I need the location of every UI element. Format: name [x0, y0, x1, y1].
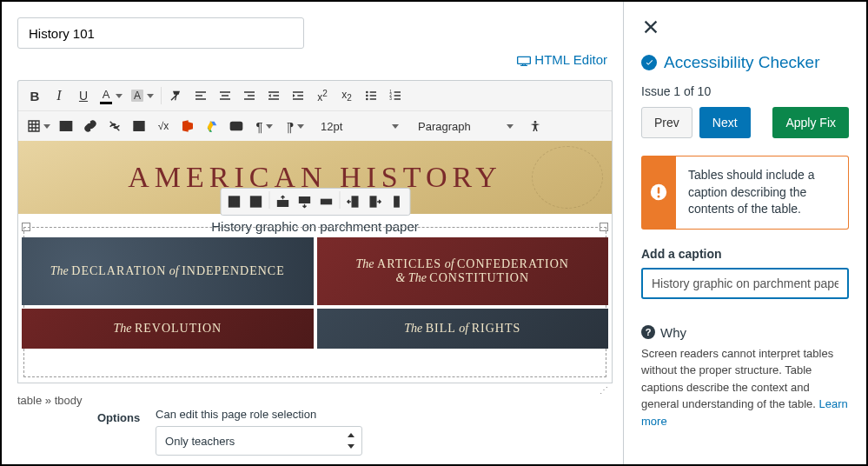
table-button[interactable] — [23, 115, 53, 137]
accessibility-panel: Accessibility Checker Issue 1 of 10 Prev… — [623, 2, 866, 464]
svg-rect-22 — [658, 188, 660, 195]
link-button[interactable] — [79, 115, 102, 137]
indent-button[interactable] — [287, 84, 309, 107]
bullet-list-button[interactable] — [360, 84, 382, 107]
svg-point-12 — [534, 121, 537, 123]
superscript-button[interactable]: x2 — [311, 84, 334, 107]
youtube-button[interactable] — [225, 115, 248, 137]
apply-fix-button[interactable]: Apply Fix — [772, 107, 849, 138]
html-editor-label: HTML Editor — [534, 52, 607, 67]
resize-grip[interactable]: ⋰ — [600, 385, 609, 395]
table-cell[interactable]: The REVOLUTION — [22, 309, 314, 349]
issue-message-box: Tables should include a caption describi… — [641, 156, 849, 230]
role-select-label: Can edit this page role selection — [156, 408, 362, 421]
italic-button[interactable]: I — [48, 84, 70, 107]
outdent-button[interactable] — [262, 84, 285, 107]
editor-content[interactable]: AMERICAN HISTORY History graphic on parc… — [17, 141, 613, 383]
office-button[interactable] — [176, 115, 199, 137]
align-center-button[interactable] — [214, 84, 236, 107]
svg-rect-0 — [518, 57, 531, 63]
role-select[interactable]: Only teachers — [156, 426, 362, 456]
svg-point-3 — [366, 95, 368, 97]
underline-button[interactable]: U — [72, 84, 95, 107]
svg-point-23 — [658, 196, 660, 198]
subscript-button[interactable]: x2 — [335, 84, 358, 107]
align-right-button[interactable] — [238, 84, 261, 107]
table-cell[interactable]: The ARTICLES of CONFEDERATION& The CONST… — [317, 237, 609, 305]
svg-text:3: 3 — [389, 97, 392, 101]
editor-toolbar: B I U A A x2 x2 — [17, 80, 613, 141]
font-size-select[interactable]: 12pt — [312, 115, 407, 137]
table-props-button[interactable] — [223, 191, 244, 212]
caption-field-label: Add a caption — [641, 247, 849, 261]
number-list-button[interactable]: 123 — [384, 84, 407, 107]
close-icon[interactable] — [641, 17, 660, 37]
why-heading: ? Why — [641, 325, 849, 340]
table-delete-button[interactable] — [245, 191, 266, 212]
bg-color-button[interactable]: A — [128, 84, 157, 107]
accessibility-checker-button[interactable] — [524, 115, 547, 137]
clear-format-button[interactable] — [165, 84, 188, 107]
block-format-select[interactable]: Paragraph — [409, 115, 522, 137]
ltr-button[interactable]: ¶ — [249, 115, 279, 137]
unlink-button[interactable] — [103, 115, 126, 137]
prev-button[interactable]: Prev — [641, 107, 692, 138]
col-before-button[interactable] — [342, 191, 363, 212]
svg-point-4 — [366, 98, 368, 101]
next-button[interactable]: Next — [699, 107, 751, 138]
alert-icon — [650, 183, 667, 201]
page-title-input[interactable] — [17, 17, 304, 49]
media-button[interactable] — [55, 115, 77, 137]
row-delete-button[interactable] — [315, 191, 336, 212]
issue-counter: Issue 1 of 10 — [641, 84, 849, 98]
help-icon: ? — [641, 325, 655, 339]
rtl-button[interactable]: ¶ — [281, 115, 310, 137]
table-context-toolbar — [220, 188, 410, 216]
bold-button[interactable]: B — [23, 84, 46, 107]
svg-rect-13 — [229, 196, 239, 207]
html-editor-link[interactable]: HTML Editor — [517, 52, 607, 67]
check-badge-icon — [641, 55, 657, 70]
text-color-button[interactable]: A — [96, 84, 126, 107]
align-left-button[interactable] — [189, 84, 212, 107]
svg-line-1 — [171, 94, 177, 100]
element-path[interactable]: table » tbody — [17, 394, 82, 407]
table-cell[interactable]: The BILL of RIGHTS — [317, 309, 609, 349]
options-label: Options — [97, 411, 140, 424]
row-after-button[interactable] — [294, 191, 315, 212]
why-body: Screen readers cannot interpret tables w… — [641, 345, 849, 430]
equation-button[interactable]: √x — [152, 115, 175, 137]
svg-point-2 — [366, 91, 368, 94]
col-delete-button[interactable] — [386, 191, 407, 212]
table-cell[interactable]: The DECLARATION of INDEPENDENCE — [22, 237, 314, 305]
col-after-button[interactable] — [364, 191, 385, 212]
panel-title: Accessibility Checker — [641, 53, 849, 72]
image-button[interactable] — [128, 115, 150, 137]
gdrive-button[interactable] — [201, 115, 223, 137]
caption-input[interactable] — [641, 268, 849, 299]
row-before-button[interactable] — [272, 191, 293, 212]
